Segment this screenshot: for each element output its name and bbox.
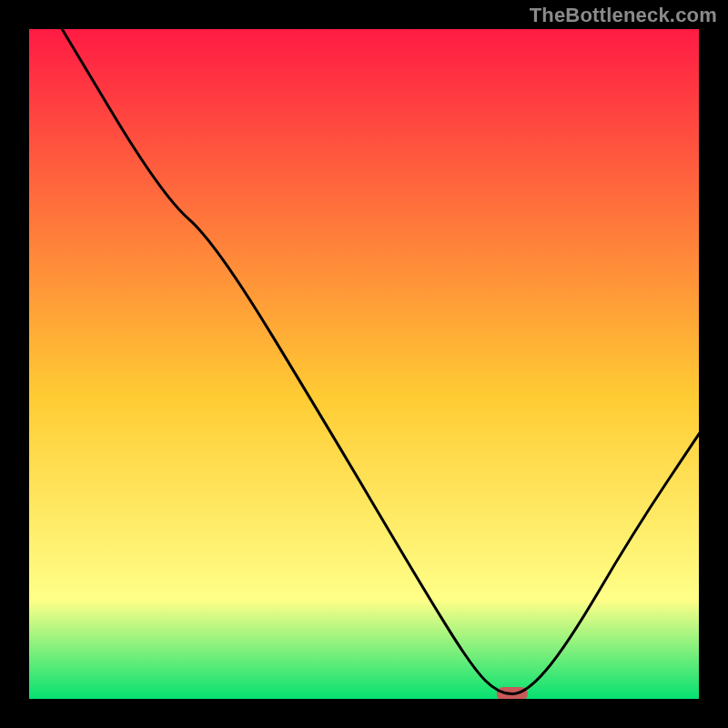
- bottleneck-chart: TheBottleneck.com: [0, 0, 728, 728]
- plot-area: [27, 27, 701, 701]
- chart-svg: [0, 0, 728, 728]
- gradient-background: [27, 27, 701, 701]
- watermark-label: TheBottleneck.com: [530, 4, 717, 27]
